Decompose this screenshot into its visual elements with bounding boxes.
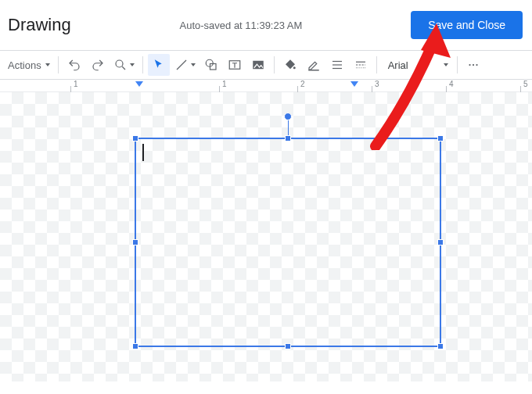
font-family-label: Arial (388, 59, 408, 71)
undo-button[interactable] (63, 54, 85, 76)
fill-color-button[interactable] (279, 54, 301, 76)
header-bar: Drawing Auto-saved at 11:39:23 AM Save a… (0, 0, 532, 50)
autosave-status: Auto-saved at 11:39:23 AM (180, 20, 303, 31)
border-dash-icon (354, 58, 368, 72)
border-weight-button[interactable] (326, 54, 348, 76)
resize-handle-nw[interactable] (132, 135, 138, 141)
selected-textbox-shape[interactable] (135, 138, 441, 347)
toolbar-separator (274, 56, 275, 73)
toolbar-separator (457, 56, 458, 73)
border-color-icon (307, 58, 321, 72)
select-tool-button[interactable] (148, 54, 170, 76)
svg-point-9 (476, 64, 477, 66)
dialog-title: Drawing (8, 15, 71, 35)
textbox-tool-button[interactable] (224, 54, 246, 76)
resize-handle-sw[interactable] (132, 343, 138, 349)
toolbar-separator (142, 56, 143, 73)
actions-menu-button[interactable]: Actions (5, 54, 53, 76)
shape-tool-icon (204, 58, 218, 72)
svg-point-1 (206, 59, 213, 66)
resize-handle-w[interactable] (132, 239, 138, 245)
svg-point-7 (469, 64, 470, 66)
rotation-handle[interactable] (284, 113, 292, 120)
horizontal-ruler: 1 1 2 3 4 5 (0, 80, 532, 92)
shape-tool-button[interactable] (200, 54, 222, 76)
svg-point-0 (116, 60, 123, 67)
border-color-button[interactable] (303, 54, 325, 76)
line-tool-button[interactable] (171, 54, 199, 76)
more-icon (466, 58, 480, 72)
fill-color-icon (283, 58, 297, 72)
right-indent-marker[interactable] (350, 81, 358, 87)
svg-point-5 (293, 66, 295, 69)
textbox-tool-icon (228, 58, 242, 72)
line-tool-icon (174, 58, 189, 72)
resize-handle-e[interactable] (437, 239, 444, 245)
resize-handle-se[interactable] (437, 343, 444, 349)
resize-handle-s[interactable] (285, 343, 291, 349)
select-tool-icon (152, 58, 166, 72)
svg-rect-6 (308, 70, 319, 71)
resize-handle-n[interactable] (285, 135, 291, 141)
resize-handle-ne[interactable] (437, 135, 444, 141)
image-tool-button[interactable] (247, 54, 269, 76)
font-family-selector[interactable]: Arial (382, 54, 437, 76)
redo-icon (91, 58, 105, 72)
more-button[interactable] (462, 54, 484, 76)
drawing-canvas[interactable] (0, 92, 532, 381)
toolbar-separator (58, 56, 59, 73)
undo-icon (67, 58, 81, 72)
toolbar: Actions Arial (0, 50, 532, 80)
redo-button[interactable] (87, 54, 109, 76)
save-and-close-button[interactable]: Save and Close (411, 11, 523, 39)
border-dash-button[interactable] (350, 54, 372, 76)
svg-point-8 (473, 64, 474, 66)
image-tool-icon (251, 58, 265, 72)
text-cursor (142, 144, 144, 161)
toolbar-separator (376, 56, 377, 73)
zoom-icon (113, 58, 128, 72)
zoom-button[interactable] (110, 54, 138, 76)
font-family-dropdown[interactable] (438, 54, 452, 76)
left-indent-marker[interactable] (135, 81, 143, 87)
border-weight-icon (330, 58, 344, 72)
